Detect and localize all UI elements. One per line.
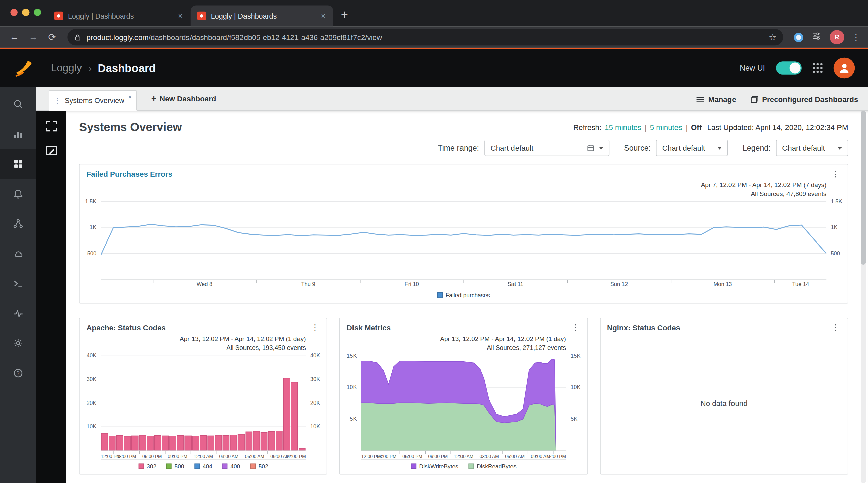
browser-tab-1[interactable]: Loggly | Dashboards ×: [48, 6, 190, 27]
preconfigured-dashboards-button[interactable]: Preconfigured Dashboards: [751, 95, 858, 103]
refresh-15-link[interactable]: 15 minutes: [605, 123, 641, 131]
y-axis-left: 1.5K1K500: [81, 199, 101, 280]
tab-close-icon[interactable]: ×: [177, 12, 184, 21]
new-ui-label: New UI: [740, 64, 765, 72]
source-select[interactable]: Chart default: [656, 140, 728, 156]
panel-title[interactable]: Disk Metrics: [347, 324, 391, 332]
new-ui-toggle[interactable]: [776, 61, 802, 75]
refresh-off-option[interactable]: Off: [691, 123, 702, 131]
sidebar-alerts-button[interactable]: [0, 179, 36, 209]
svg-text:?: ?: [17, 370, 20, 376]
dashboard-tab-bar: ⋮ Systems Overview × + New Dashboard Man…: [36, 87, 868, 111]
panel-title[interactable]: Apache: Status Codes: [86, 324, 165, 332]
time-range-select[interactable]: Chart default: [484, 140, 610, 156]
source-value: Chart default: [662, 144, 713, 152]
failed-purchases-line-chart: [101, 199, 827, 280]
back-button[interactable]: ←: [7, 32, 22, 42]
sidebar-settings-button[interactable]: [0, 328, 36, 358]
panel-disk-metrics: Disk Metrics ⋮ Apr 13, 12:02 PM - Apr 14…: [339, 318, 588, 475]
loggly-favicon-icon: [54, 12, 63, 21]
y-axis-right: 1.5K1K500: [827, 199, 846, 280]
plus-icon: +: [151, 94, 156, 103]
y-axis-right: 15K10K5K: [566, 353, 586, 451]
scrollbar-thumb[interactable]: [861, 111, 866, 265]
chevron-down-icon: [837, 147, 842, 149]
panel-menu-icon[interactable]: ⋮: [831, 323, 841, 333]
toggle-knob: [789, 63, 801, 74]
url-text: product.loggly.com/dashboards/dashboard/…: [86, 33, 764, 41]
sidebar-archive-button[interactable]: [0, 239, 36, 268]
dashboard-tab-close-icon[interactable]: ×: [128, 94, 132, 100]
page-title: Systems Overview: [79, 121, 182, 134]
sidebar-charts-button[interactable]: [0, 119, 36, 149]
panel-menu-icon[interactable]: ⋮: [831, 169, 841, 179]
sources-text: All Sources, 47,809 events: [80, 189, 827, 199]
legend-value: Chart default: [782, 144, 833, 152]
extension-mixer-icon[interactable]: [812, 32, 821, 42]
new-tab-button[interactable]: +: [341, 9, 348, 21]
screen: Loggly | Dashboards × Loggly | Dashboard…: [0, 0, 868, 483]
x-axis: 12:00 PM03:00 PM06:00 PM09:00 PM12:00 AM…: [101, 451, 306, 459]
separator: |: [686, 123, 687, 131]
address-bar[interactable]: product.loggly.com/dashboards/dashboard/…: [67, 29, 783, 46]
sidebar-search-button[interactable]: [0, 89, 36, 119]
reload-button[interactable]: ⟳: [44, 31, 60, 43]
panel-title[interactable]: Nginx: Status Codes: [607, 324, 680, 332]
chart-legend: 302500404400502: [80, 460, 327, 474]
chevron-down-icon: [718, 147, 722, 149]
tab-close-icon[interactable]: ×: [320, 12, 327, 21]
manage-label: Manage: [708, 95, 736, 103]
refresh-controls: Refresh: 15 minutes | 5 minutes | Off La…: [573, 123, 848, 131]
sidebar-console-button[interactable]: [0, 268, 36, 298]
manage-list-icon: [696, 96, 704, 103]
browser-profile-avatar[interactable]: R: [830, 30, 844, 44]
dashboard-tab-systems-overview[interactable]: ⋮ Systems Overview ×: [49, 90, 137, 111]
bookmark-star-icon[interactable]: ☆: [769, 32, 777, 42]
tab-title: Loggly | Dashboards: [68, 12, 172, 20]
forward-button[interactable]: →: [26, 32, 41, 42]
browser-tab-2-active[interactable]: Loggly | Dashboards ×: [190, 6, 333, 27]
app-header: Loggly › Dashboard New UI: [0, 49, 868, 87]
time-range-label: Time range:: [438, 143, 478, 152]
breadcrumb-root[interactable]: Loggly: [51, 62, 82, 74]
panel-menu-icon[interactable]: ⋮: [310, 323, 320, 333]
x-axis: 12:00 PM03:00 PM06:00 PM09:00 PM12:00 AM…: [361, 451, 566, 459]
app-sidebar: ?: [0, 87, 36, 483]
sidebar-source-setup-button[interactable]: [0, 209, 36, 239]
panel-title[interactable]: Failed Purchases Errors: [86, 170, 172, 178]
fullscreen-button[interactable]: [44, 120, 58, 133]
legend-label: Legend:: [743, 143, 771, 152]
manage-button[interactable]: Manage: [696, 95, 736, 103]
drag-handle-icon[interactable]: ⋮: [54, 96, 61, 104]
new-dashboard-button[interactable]: + New Dashboard: [151, 94, 216, 103]
help-icon: ?: [12, 368, 24, 379]
extension-circle-icon[interactable]: [794, 33, 803, 42]
user-avatar[interactable]: [834, 58, 855, 79]
vertical-scrollbar[interactable]: [861, 111, 866, 483]
refresh-5-link[interactable]: 5 minutes: [650, 123, 683, 131]
sources-text: All Sources, 193,450 events: [80, 343, 306, 353]
bell-icon: [12, 188, 24, 199]
pulse-icon: [12, 308, 24, 319]
legend-select[interactable]: Chart default: [776, 140, 848, 156]
window-close-button[interactable]: [10, 9, 18, 16]
site-info-icon[interactable]: [74, 34, 81, 40]
sidebar-live-tail-button[interactable]: [0, 299, 36, 328]
sidebar-help-button[interactable]: ?: [0, 358, 36, 388]
source-label: Source:: [624, 143, 651, 152]
panel-menu-icon[interactable]: ⋮: [570, 323, 580, 333]
tab-title: Loggly | Dashboards: [211, 12, 315, 20]
terminal-icon: [12, 278, 24, 289]
browser-menu-icon[interactable]: ⋮: [850, 32, 861, 42]
loggly-favicon-icon: [197, 12, 206, 21]
sidebar-dashboards-button[interactable]: [0, 149, 36, 179]
window-zoom-button[interactable]: [34, 9, 41, 16]
cloud-icon: [12, 248, 24, 259]
panel-apache-status-codes: Apache: Status Codes ⋮ Apr 13, 12:02 PM …: [79, 318, 327, 475]
time-range-value: Chart default: [491, 144, 583, 152]
window-minimize-button[interactable]: [22, 9, 29, 16]
apps-grid-icon[interactable]: [813, 63, 823, 73]
preconfigured-label: Preconfigured Dashboards: [762, 95, 858, 103]
y-axis-right: 40K30K20K10K: [306, 353, 326, 451]
edit-dashboard-button[interactable]: [44, 144, 58, 157]
